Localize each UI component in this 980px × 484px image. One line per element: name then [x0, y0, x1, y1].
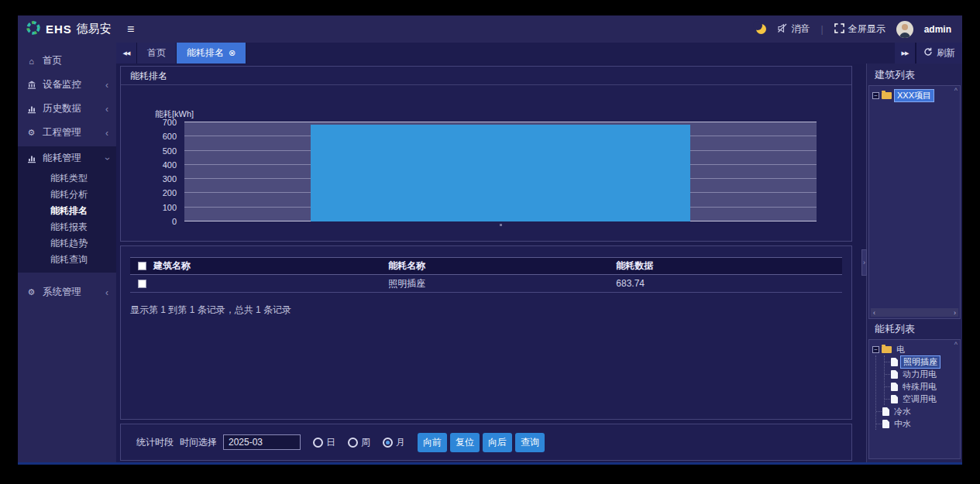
header: EHS 德易安 ≡ 消音 | — [18, 15, 962, 43]
sidebar-item-system-management[interactable]: ⚙ 系统管理 ‹ — [18, 280, 116, 304]
tree-node-hvac[interactable]: 空调用电 — [885, 393, 957, 405]
fullscreen-icon — [834, 23, 844, 36]
sidebar-item-energy-management[interactable]: 能耗管理 ‹ — [18, 146, 116, 170]
submenu-energy-query[interactable]: 能耗查询 — [18, 252, 116, 268]
sidebar-item-label: 历史数据 — [43, 102, 81, 115]
tab-scroll-left-button[interactable]: ◀◀ — [116, 43, 137, 64]
sidebar-item-label: 工程管理 — [43, 126, 81, 139]
file-icon — [891, 395, 898, 403]
tree-node-medium-water[interactable]: 中水 — [876, 417, 957, 430]
horizontal-scrollbar[interactable]: ‹ › — [871, 308, 958, 317]
tree-node-label[interactable]: 动力用电 — [900, 369, 939, 380]
reset-button[interactable]: 复位 — [450, 433, 480, 452]
tree-node-cold-water[interactable]: 冷水 — [876, 405, 957, 417]
submenu-energy-trend[interactable]: 能耗趋势 — [18, 235, 116, 252]
mute-label: 消音 — [792, 22, 810, 36]
y-tick-label: 200 — [121, 188, 177, 197]
y-tick-label: 300 — [121, 174, 177, 184]
scroll-up-caret-icon[interactable]: ^ — [954, 87, 958, 94]
gridline — [184, 122, 817, 122]
header-divider: | — [821, 24, 824, 35]
energy-chart-icon — [26, 153, 37, 163]
cell-energy-name: 照明插座 — [388, 277, 616, 290]
tab-energy-ranking[interactable]: 能耗排名 ⊗ — [177, 43, 246, 64]
fullscreen-button[interactable]: 全屏显示 — [834, 22, 885, 36]
header-actions: 消音 | 全屏显示 admin — [756, 21, 951, 38]
radio-circle-icon — [348, 438, 358, 448]
tree-node-project[interactable]: − XXX项目 — [872, 89, 957, 101]
section-label: 统计时段 — [136, 436, 174, 449]
avatar[interactable] — [896, 21, 913, 38]
device-monitor-icon — [26, 80, 37, 90]
tree-node-label[interactable]: 中水 — [892, 418, 913, 430]
tab-bar: ◀◀ 首页 能耗排名 ⊗ ▶▶ — [116, 43, 962, 64]
tree-node-special[interactable]: 特殊用电 — [885, 380, 957, 393]
scroll-up-caret-icon[interactable]: ^ — [954, 341, 958, 348]
tab-label: 能耗排名 — [187, 43, 224, 64]
file-icon — [882, 407, 889, 416]
building-tree: − XXX项目 ^ ‹ › — [868, 85, 961, 319]
select-all-checkbox[interactable] — [138, 262, 146, 270]
radio-month[interactable]: 月 — [383, 436, 405, 449]
time-select-input[interactable] — [223, 434, 301, 450]
column-header-building[interactable]: 建筑名称 — [153, 259, 388, 273]
file-icon — [891, 370, 898, 379]
tab-close-icon[interactable]: ⊗ — [229, 43, 236, 64]
radio-day[interactable]: 日 — [313, 436, 335, 449]
file-icon — [891, 383, 898, 391]
home-icon: ⌂ — [26, 57, 37, 66]
refresh-button[interactable]: 刷新 — [916, 43, 962, 64]
username[interactable]: admin — [924, 24, 951, 35]
query-button[interactable]: 查询 — [515, 433, 545, 452]
sidebar-item-label: 设备监控 — [43, 78, 81, 91]
radio-label: 日 — [326, 436, 335, 449]
radio-week[interactable]: 周 — [348, 436, 370, 449]
sidebar-item-home[interactable]: ⌂ 首页 — [18, 49, 116, 73]
table-row[interactable]: 照明插座 683.74 — [130, 275, 842, 293]
submenu-energy-ranking[interactable]: 能耗排名 — [18, 203, 116, 219]
scroll-right-arrow-icon[interactable]: › — [954, 309, 956, 317]
submenu-energy-type[interactable]: 能耗类型 — [18, 170, 116, 187]
tree-node-label[interactable]: 电 — [894, 344, 907, 355]
tree-node-label[interactable]: 空调用电 — [900, 393, 939, 405]
tree-node-label[interactable]: 照明插座 — [900, 355, 940, 369]
sidebar-item-project-management[interactable]: ⚙ 工程管理 ‹ — [18, 121, 116, 145]
column-header-energy-name[interactable]: 能耗名称 — [388, 259, 616, 273]
scroll-left-arrow-icon[interactable]: ‹ — [873, 309, 875, 317]
tree-toggle-icon[interactable]: − — [872, 346, 879, 353]
mute-button[interactable]: 消音 — [777, 22, 810, 36]
tree-node-label[interactable]: XXX项目 — [894, 89, 934, 102]
panel-title: 能耗排名 — [121, 67, 851, 85]
results-table-panel: 建筑名称 能耗名称 能耗数据 照明插座 683.74 显示第 1 到第 1 条记… — [120, 245, 852, 420]
tree-node-lighting-socket[interactable]: 照明插座 — [885, 355, 957, 368]
sidebar: ⌂ 首页 设备监控 ‹ 历史数据 ‹ — [18, 43, 116, 462]
panel-collapse-handle[interactable]: › — [861, 249, 867, 276]
chevron-left-icon: ‹ — [105, 128, 108, 139]
time-controls-panel: 统计时段 时间选择 日 周 月 — [120, 424, 852, 461]
moon-icon[interactable] — [756, 24, 766, 34]
column-header-energy-data[interactable]: 能耗数据 — [616, 259, 842, 273]
sidebar-item-history-data[interactable]: 历史数据 ‹ — [18, 97, 116, 121]
refresh-icon — [923, 47, 933, 59]
submenu-energy-analysis[interactable]: 能耗分析 — [18, 187, 116, 203]
energy-list-title: 能耗列表 — [868, 319, 961, 339]
tree-node-electricity[interactable]: − 电 — [872, 343, 957, 355]
row-checkbox[interactable] — [138, 280, 146, 288]
tab-home[interactable]: 首页 — [137, 43, 177, 64]
tree-node-label[interactable]: 冷水 — [892, 406, 913, 417]
tree-node-label[interactable]: 特殊用电 — [900, 381, 939, 393]
energy-chart: 能耗[kWh] 0100200300400500600700 — [121, 85, 851, 241]
tree-node-power[interactable]: 动力用电 — [885, 368, 957, 380]
hamburger-icon[interactable]: ≡ — [127, 22, 134, 36]
next-button[interactable]: 向后 — [483, 433, 512, 452]
sidebar-item-device-monitor[interactable]: 设备监控 ‹ — [18, 73, 116, 97]
history-data-icon — [26, 104, 37, 114]
tree-toggle-icon[interactable]: − — [872, 92, 879, 99]
pagination-summary: 显示第 1 到第 1 条记录，总共 1 条记录 — [130, 304, 842, 317]
previous-button[interactable]: 向前 — [418, 433, 447, 452]
brand-logo: EHS 德易安 — [18, 15, 116, 43]
right-panel: 建筑列表 − XXX项目 ^ ‹ › 能耗列表 — [866, 64, 962, 462]
submenu-energy-report[interactable]: 能耗报表 — [18, 219, 116, 235]
chevron-left-icon: ‹ — [105, 104, 108, 115]
tab-scroll-right-button[interactable]: ▶▶ — [895, 43, 916, 64]
